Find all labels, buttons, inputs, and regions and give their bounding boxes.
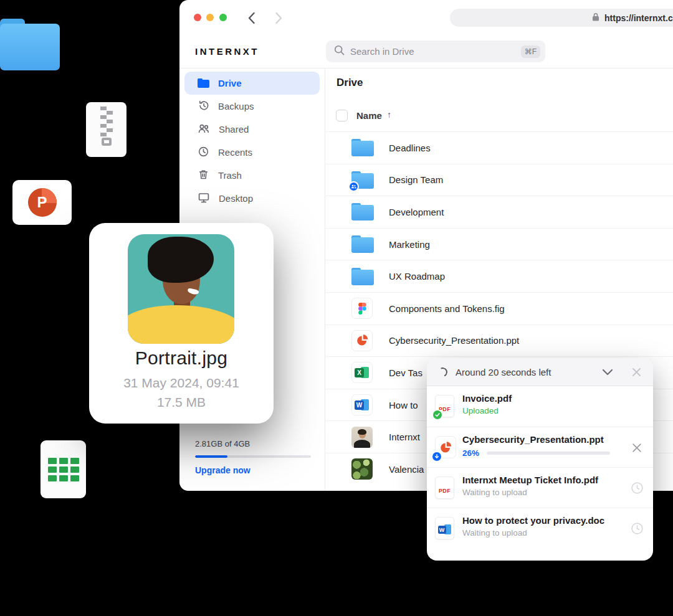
pdf-file-icon: PDF [435, 476, 454, 499]
powerpoint-logo-icon: P [28, 188, 57, 217]
upload-item: PDF Invoice.pdf Uploaded [427, 386, 653, 427]
blue-folder-icon [351, 139, 373, 156]
storage-progress-bar [195, 455, 311, 458]
page-title: Drive [336, 77, 363, 89]
sidebar-item-label: Backups [218, 101, 254, 111]
powerpoint-file-icon [435, 436, 456, 458]
list-header: Name ↑ [325, 106, 673, 131]
collapse-panel-button[interactable] [598, 358, 617, 386]
url-text: https://internxt.c [604, 13, 673, 23]
upload-progress-panel: Around 20 seconds left PDF Invoice.pdf U… [427, 358, 653, 561]
sidebar-item-label: Recents [218, 147, 252, 158]
storage-usage-text: 2.81GB of 4GB [195, 439, 311, 448]
table-row[interactable]: UX Roadmap [325, 260, 673, 292]
trash-icon [198, 169, 209, 182]
forward-button[interactable] [272, 11, 285, 25]
file-preview-card[interactable]: Portrait.jpg 31 May 2024, 09:41 17.5 MB [89, 223, 274, 424]
back-button[interactable] [244, 11, 258, 25]
table-row[interactable]: Components and Tokens.fig [325, 292, 673, 325]
table-row[interactable]: Development [325, 196, 673, 228]
app-header: INTERNXT ⌘F [179, 35, 673, 69]
upload-panel-header: Around 20 seconds left [427, 358, 653, 386]
select-all-checkbox[interactable] [336, 110, 348, 121]
shared-badge-icon [348, 181, 359, 192]
search-shortcut-badge: ⌘F [521, 45, 540, 58]
portrait-photo [128, 234, 234, 344]
photo-thumbnail [351, 427, 373, 448]
table-row[interactable]: Deadlines [325, 131, 673, 164]
address-bar[interactable]: https://internxt.c [450, 9, 673, 27]
upload-status: Waiting to upload [462, 488, 626, 497]
excel-file-icon: X [351, 362, 373, 383]
upload-status: Waiting to upload [462, 528, 626, 538]
table-row[interactable]: Design Team [325, 164, 673, 196]
search-input[interactable] [350, 46, 521, 57]
sidebar-item-shared[interactable]: Shared [179, 118, 325, 141]
sidebar-item-label: Shared [219, 124, 249, 135]
desktop-monitor-icon [198, 192, 210, 206]
table-row[interactable]: Cybersecurity_Presentation.ppt [325, 325, 673, 357]
search-icon [334, 45, 345, 58]
blue-folder-icon [351, 171, 373, 189]
upload-item: W How to protect your privacy.doc Waitin… [427, 508, 653, 548]
shared-people-icon [198, 123, 210, 136]
upload-item: Cybersecurity_Presentation.ppt 26% [427, 427, 653, 467]
desktop-spreadsheet-file-icon[interactable] [41, 440, 86, 498]
sidebar-item-drive[interactable]: Drive [184, 72, 320, 95]
word-file-icon: W [351, 394, 373, 415]
table-row[interactable]: Marketing [325, 228, 673, 260]
lock-icon [592, 12, 599, 24]
preview-size: 17.5 MB [89, 395, 274, 410]
window-titlebar: https://internxt.c [179, 0, 673, 35]
pdf-file-icon: PDF [435, 395, 454, 417]
preview-filename: Portrait.jpg [89, 348, 274, 369]
storage-meter: 2.81GB of 4GB Upgrade now [195, 439, 311, 475]
upload-progress-bar [487, 452, 610, 455]
upload-time-remaining: Around 20 seconds left [456, 367, 551, 377]
blue-folder-icon [351, 203, 373, 220]
upload-status: Uploaded [462, 406, 626, 415]
sidebar-item-label: Drive [218, 78, 242, 88]
sidebar-item-label: Trash [218, 170, 242, 181]
sidebar-item-trash[interactable]: Trash [179, 164, 325, 187]
name-column-header[interactable]: Name [356, 110, 382, 121]
minimize-window-button[interactable] [206, 14, 214, 21]
sidebar-item-recents[interactable]: Recents [179, 141, 325, 164]
upgrade-now-link[interactable]: Upgrade now [195, 465, 311, 475]
internxt-logo: INTERNXT [195, 46, 259, 57]
blue-folder-icon [351, 268, 373, 285]
drive-folder-icon [198, 78, 209, 88]
uploaded-check-icon [432, 409, 443, 420]
preview-date: 31 May 2024, 09:41 [89, 376, 274, 391]
uploading-arrow-icon [431, 451, 442, 462]
sidebar-item-label: Desktop [219, 193, 253, 204]
powerpoint-file-icon [351, 330, 373, 351]
clock-icon [198, 146, 209, 159]
search-bar[interactable]: ⌘F [326, 40, 545, 62]
backup-history-icon [198, 100, 209, 113]
figma-file-icon [351, 298, 373, 319]
spreadsheet-grid-icon [48, 458, 79, 481]
marketing-canvas: P https://internxt.c [0, 0, 673, 616]
word-file-icon: W [435, 517, 454, 539]
cancel-upload-button[interactable] [629, 427, 645, 468]
pending-clock-icon [629, 468, 645, 508]
close-window-button[interactable] [194, 14, 201, 21]
desktop-powerpoint-file-icon[interactable]: P [12, 180, 72, 225]
upload-percent: 26% [462, 448, 479, 458]
sort-ascending-icon[interactable]: ↑ [387, 110, 391, 120]
desktop-zip-file-icon[interactable] [86, 102, 126, 157]
desktop-blue-folder-icon[interactable] [0, 19, 60, 70]
blue-folder-icon [351, 235, 373, 253]
photo-thumbnail [351, 458, 373, 480]
sidebar-item-backups[interactable]: Backups [179, 95, 325, 118]
zoom-window-button[interactable] [219, 14, 227, 21]
sidebar-item-desktop[interactable]: Desktop [179, 187, 325, 210]
upload-item: PDF Internxt Meetup Ticket Info.pdf Wait… [427, 467, 653, 508]
pending-clock-icon [629, 508, 645, 549]
close-panel-button[interactable] [627, 358, 646, 386]
spinner-icon [437, 366, 449, 377]
